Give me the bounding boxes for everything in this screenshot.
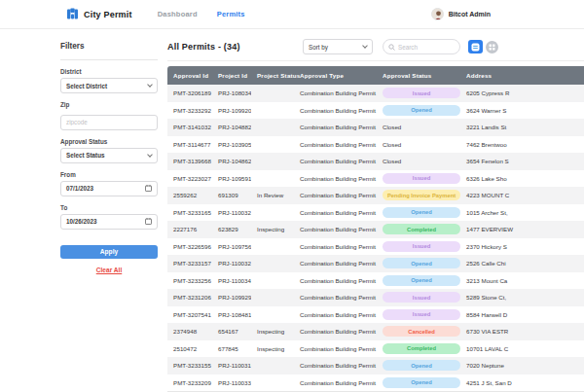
cell-approval-status: Closed (377, 153, 460, 170)
nav-dashboard[interactable]: Dashboard (158, 10, 198, 18)
from-date-input[interactable]: 07/1/2023 (60, 181, 158, 196)
top-navigation-bar: City Permit Dashboard Permits Bitcot Adm… (0, 0, 584, 29)
main-content: All Permits - (34) Sort by (167, 29, 584, 392)
table-row[interactable]: PMT-3233157 PRJ-1100321 Combination Buil… (167, 255, 584, 272)
sort-by-select[interactable]: Sort by (303, 39, 373, 54)
cell-approval-type: Combination Building Permit (294, 255, 377, 272)
cell-approval-id: PMT-3233209 (167, 374, 212, 392)
main-nav: Dashboard Permits (158, 10, 245, 18)
cell-approval-id: PMT-3233256 (167, 272, 212, 290)
table-row[interactable]: PMT-3141032 PRJ-1048828 Combination Buil… (167, 119, 584, 136)
cell-project-id: PRJ-1100322 (212, 204, 251, 222)
to-date-value: 10/26/2023 (66, 218, 97, 225)
cell-project-status: Inspecting (251, 340, 294, 358)
to-date-input[interactable]: 10/26/2023 (60, 214, 158, 230)
cell-approval-id: PMT-3207541 (167, 306, 212, 324)
table-row[interactable]: PMT-3231206 PRJ-1099296 Combination Buil… (167, 289, 584, 306)
sidebar-divider (60, 59, 158, 60)
cell-approval-id: 2559262 (167, 187, 212, 204)
cell-approval-status: Cancelled (377, 323, 460, 340)
table-row[interactable]: PMT-3233292 PRJ-1099209 Combination Buil… (167, 102, 584, 120)
status-badge: Closed (383, 124, 401, 130)
cell-project-id: PRJ-1099209 (212, 102, 251, 120)
cell-project-id: 691309 (212, 187, 251, 204)
table-row[interactable]: PMT-3114677 PRJ-1039050 Combination Buil… (167, 136, 584, 154)
cell-approval-status: Issued (377, 170, 460, 188)
calendar-icon (145, 218, 152, 225)
app-window: City Permit Dashboard Permits Bitcot Adm… (0, 0, 584, 392)
grid-view-icon (489, 44, 495, 51)
cell-approval-type: Combination Building Permit (294, 204, 377, 222)
table-row[interactable]: PMT-3223027 PRJ-1095910 Combination Buil… (167, 170, 584, 188)
cell-address: 6205 Cypress R (460, 85, 584, 102)
cell-address: 3654 Fenelon S (460, 153, 584, 170)
user-name: Bitcot Admin (449, 11, 491, 18)
table-row[interactable]: PMT-3233209 PRJ-1100335 Combination Buil… (167, 374, 584, 392)
table-row[interactable]: 2227176 623829 Inspecting Combination Bu… (167, 221, 584, 238)
view-toggle (468, 40, 498, 53)
clear-all-link[interactable]: Clear All (60, 267, 158, 273)
cell-approval-status: Opened (377, 204, 460, 222)
table-row[interactable]: PMT-3207541 PRJ-1084814 Combination Buil… (167, 306, 584, 324)
status-badge: Issued (383, 292, 460, 303)
table-body: PMT-3206189 PRJ-1080347 Combination Buil… (167, 85, 584, 391)
table-row[interactable]: PMT-3206189 PRJ-1080347 Combination Buil… (167, 85, 584, 102)
cell-approval-id: 2510472 (167, 340, 212, 358)
grid-view-button[interactable] (486, 41, 498, 53)
filters-sidebar: Filters District Select District Zip App… (60, 29, 158, 392)
zip-label: Zip (60, 101, 158, 108)
cell-approval-id: PMT-3223027 (167, 170, 212, 188)
table-row[interactable]: 2374948 654167 Inspecting Combination Bu… (167, 323, 584, 340)
col-approval-id: Approval Id (167, 66, 212, 85)
cell-project-id: PRJ-1039050 (212, 136, 251, 154)
cell-address: 4251 J St, San D (460, 374, 584, 392)
cell-project-status (251, 272, 294, 290)
cell-project-status (251, 306, 294, 324)
table-row[interactable]: PMT-3233256 PRJ-1100342 Combination Buil… (167, 272, 584, 290)
district-select[interactable]: Select District (60, 78, 158, 93)
cell-address: 10701 LAVAL C (460, 340, 584, 358)
brand-logo[interactable]: City Permit (66, 8, 132, 20)
user-menu[interactable]: Bitcot Admin (431, 8, 491, 20)
cell-approval-id: PMT-3206189 (167, 85, 212, 102)
cell-project-id: PRJ-1099296 (212, 289, 251, 306)
cell-address: 2526 Calle Chi (460, 255, 584, 272)
list-view-button[interactable] (468, 40, 483, 53)
cell-approval-id: PMT-3233292 (167, 102, 212, 120)
list-view-icon (471, 43, 480, 52)
filters-title: Filters (60, 42, 158, 51)
cell-approval-status: Completed (377, 221, 460, 238)
table-row[interactable]: PMT-3233165 PRJ-1100322 Combination Buil… (167, 204, 584, 222)
search-input[interactable] (398, 44, 455, 51)
zip-input[interactable] (60, 115, 158, 130)
table-header-row: Approval Id Project Id Project Status Ap… (167, 66, 584, 85)
table-row[interactable]: 2510472 677845 Inspecting Combination Bu… (167, 340, 584, 358)
cell-project-status (251, 357, 294, 374)
cell-approval-type: Combination Building Permit (294, 187, 377, 204)
nav-permits[interactable]: Permits (217, 10, 245, 18)
cell-project-status (251, 85, 294, 102)
cell-approval-status: Opened (377, 374, 460, 392)
cell-project-id: 677845 (212, 340, 251, 358)
cell-approval-status: Issued (377, 306, 460, 324)
apply-button[interactable]: Apply (60, 245, 158, 259)
cell-approval-id: PMT-3139668 (167, 153, 212, 170)
cell-approval-type: Combination Building Permit (294, 289, 377, 306)
chevron-down-icon (362, 43, 368, 49)
city-permit-logo-icon (66, 8, 79, 20)
status-badge: Opened (383, 207, 460, 218)
cell-approval-type: Combination Building Permit (294, 153, 377, 170)
table-row[interactable]: 2559262 691309 In Review Combination Bui… (167, 187, 584, 204)
status-badge: Opened (383, 275, 460, 286)
table-row[interactable]: PMT-3233155 PRJ-1100319 Combination Buil… (167, 357, 584, 374)
cell-project-id: 623829 (212, 221, 251, 238)
to-label: To (60, 204, 158, 211)
table-row[interactable]: PMT-3139668 PRJ-1048628 Combination Buil… (167, 153, 584, 170)
cell-project-id: PRJ-1100321 (212, 255, 251, 272)
cell-project-id: PRJ-1095910 (212, 170, 251, 188)
permits-toolbar: All Permits - (34) Sort by (167, 39, 584, 61)
table-row[interactable]: PMT-3226596 PRJ-1097565 Combination Buil… (167, 238, 584, 256)
approval-status-select[interactable]: Select Status (60, 148, 158, 163)
status-badge: Issued (383, 88, 460, 98)
cell-project-status (251, 153, 294, 170)
